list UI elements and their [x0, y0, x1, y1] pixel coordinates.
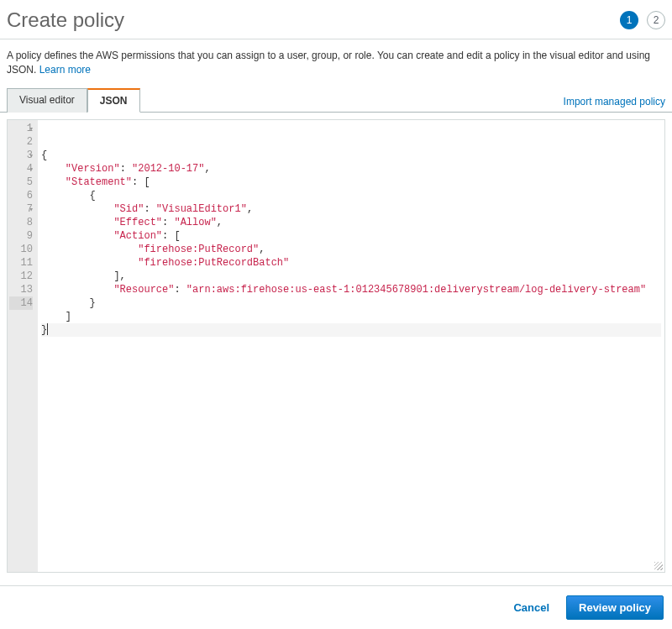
review-policy-button[interactable]: Review policy [566, 595, 664, 620]
code-line[interactable]: } [41, 323, 661, 337]
code-line[interactable]: "Resource": "arn:aws:firehose:us-east-1:… [41, 283, 661, 296]
editor-gutter: 1▾23▾4▾567▾891011121314 [8, 120, 38, 572]
tab-json[interactable]: JSON [87, 88, 140, 113]
gutter-line: 6 [9, 189, 33, 202]
code-line[interactable]: "Statement": [ [41, 176, 661, 189]
fold-arrow-icon[interactable]: ▾ [29, 203, 34, 217]
code-line[interactable]: "Effect": "Allow", [41, 216, 661, 229]
gutter-line: 11 [9, 256, 33, 270]
code-line[interactable]: "Action": [ [41, 229, 661, 243]
code-line[interactable]: { [41, 189, 661, 202]
gutter-line: 14 [9, 296, 33, 310]
code-line[interactable]: ], [41, 270, 661, 283]
text-cursor [47, 323, 48, 335]
editor-container: 1▾23▾4▾567▾891011121314 { "Version": "20… [0, 113, 672, 579]
page-footer: Cancel Review policy [0, 585, 672, 629]
page-description: A policy defines the AWS permissions tha… [0, 39, 672, 87]
step-indicator-1[interactable]: 1 [620, 11, 638, 29]
gutter-line: 2 [9, 135, 33, 149]
fold-arrow-icon[interactable]: ▾ [29, 149, 34, 163]
fold-arrow-icon[interactable]: ▾ [29, 163, 34, 176]
gutter-line: 13 [9, 283, 33, 296]
gutter-line: 12 [9, 270, 33, 283]
code-line[interactable]: } [41, 296, 661, 310]
gutter-line: 7▾ [9, 202, 33, 216]
import-managed-policy-link[interactable]: Import managed policy [564, 96, 665, 112]
page-title: Create policy [7, 8, 124, 32]
editor-code-area[interactable]: { "Version": "2012-10-17", "Statement": … [38, 120, 664, 572]
code-line[interactable]: "firehose:PutRecordBatch" [41, 256, 661, 270]
fold-arrow-icon[interactable]: ▾ [29, 123, 34, 136]
step-indicator-2[interactable]: 2 [647, 11, 665, 29]
gutter-line: 8 [9, 216, 33, 229]
code-line[interactable]: "Sid": "VisualEditor1", [41, 202, 661, 216]
tabs-row: Visual editor JSON Import managed policy [0, 87, 672, 113]
gutter-line: 4▾ [9, 162, 33, 176]
description-text: A policy defines the AWS permissions tha… [7, 50, 650, 76]
code-line[interactable]: "firehose:PutRecord", [41, 243, 661, 256]
gutter-line: 1▾ [9, 122, 33, 135]
wizard-steps: 1 2 [620, 11, 665, 29]
cancel-button[interactable]: Cancel [508, 596, 554, 619]
tab-visual-editor[interactable]: Visual editor [7, 88, 87, 113]
gutter-line: 3▾ [9, 149, 33, 162]
gutter-line: 10 [9, 243, 33, 256]
page-header: Create policy 1 2 [0, 0, 672, 39]
gutter-line: 5 [9, 176, 33, 189]
editor-tabs: Visual editor JSON [7, 87, 140, 112]
json-editor[interactable]: 1▾23▾4▾567▾891011121314 { "Version": "20… [7, 119, 665, 573]
code-line[interactable]: ] [41, 310, 661, 323]
code-line[interactable]: "Version": "2012-10-17", [41, 162, 661, 176]
code-line[interactable]: { [41, 149, 661, 162]
gutter-line: 9 [9, 229, 33, 243]
learn-more-link[interactable]: Learn more [39, 64, 91, 76]
resize-handle-icon[interactable] [654, 562, 663, 570]
